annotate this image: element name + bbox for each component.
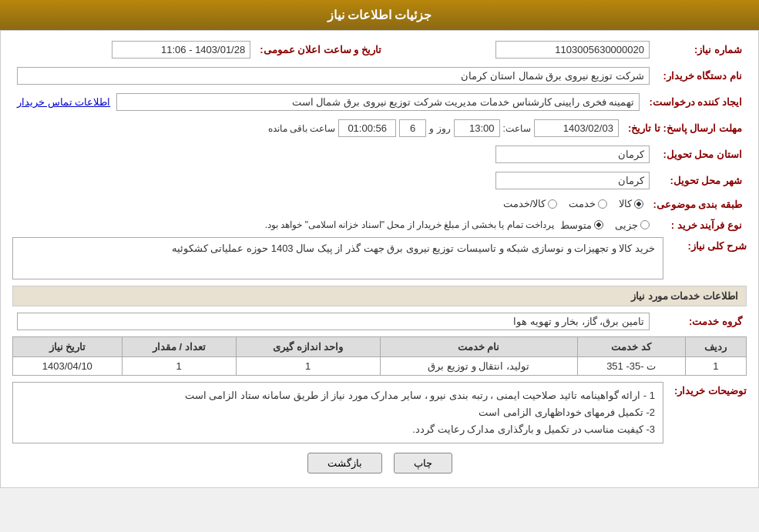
noeFarayand-jozi-radio[interactable] — [640, 220, 650, 229]
mohlat-date: 1403/02/03 — [534, 119, 619, 137]
tabaqe-khadamat-radio[interactable] — [598, 199, 607, 209]
ijadKonande-link[interactable]: اطلاعات تماس خریدار — [17, 96, 110, 108]
buttons-row: چاپ بازگشت — [12, 453, 747, 473]
shomareNiaz-value: 1103005630000020 — [495, 41, 650, 59]
services-table: ردیف کد خدمت نام خدمت واحد اندازه گیری ت… — [12, 336, 747, 376]
mohlat-baqi: 01:00:56 — [338, 119, 396, 137]
noeFarayand-label: نوع فرآیند خرید : — [654, 217, 747, 233]
ijadKonande-label: ایجاد کننده درخواست: — [644, 91, 747, 113]
tosihaat-value: 1 - ارائه گواهینامه تائید صلاحیت ایمنی ،… — [12, 382, 663, 443]
tarikhoSaat-value: 1403/01/28 - 11:06 — [112, 41, 250, 59]
cell-tarikh: 1403/04/10 — [13, 356, 123, 375]
cell-kod: ت -35- 351 — [577, 356, 685, 375]
tabaqe-kala-khadamat-label: کالا/خدمت — [503, 198, 546, 209]
cell-vahed: 1 — [236, 356, 380, 375]
noeFarayand-motavaset-label: متوسط — [560, 219, 592, 231]
mohlat-saat-label: ساعت: — [503, 123, 531, 134]
tabaqe-kala[interactable]: کالا — [619, 198, 643, 209]
ostan-label: استان محل تحویل: — [654, 143, 747, 166]
tarikhoSaat-label: تاریخ و ساعت اعلان عمومی: — [255, 38, 386, 61]
mohlat-roz: 6 — [399, 119, 426, 137]
mohlat-baqi-label: ساعت باقی مانده — [268, 123, 336, 134]
noeFarayand-note: پرداخت تمام یا بخشی از مبلغ خریدار از مح… — [265, 219, 554, 230]
tabaqe-kala-label: کالا — [619, 198, 632, 209]
tosihaat-line: 1 - ارائه گواهینامه تائید صلاحیت ایمنی ،… — [21, 387, 655, 404]
grooh-label: گروه خدمت: — [654, 310, 747, 333]
noeFarayand-options: جزیی متوسط — [560, 219, 650, 231]
cell-radif: 1 — [685, 356, 746, 375]
tabaqe-kala-khadamat-radio[interactable] — [548, 199, 557, 209]
cell-nam: تولید، انتقال و توزیع برق — [380, 356, 577, 375]
ijadKonande-value: تهمینه فخری رایینی کارشناس خدمات مدیریت … — [116, 93, 640, 111]
col-tarikh: تاریخ نیاز — [13, 336, 123, 356]
cell-tedad: 1 — [122, 356, 236, 375]
grooh-value: تامین برق، گاز، بخار و تهویه هوا — [17, 313, 650, 330]
shahr-value: کرمان — [495, 172, 650, 189]
content-area: شماره نیاز: 1103005630000020 تاریخ و ساع… — [0, 30, 759, 488]
btn-bazgasht[interactable]: بازگشت — [307, 453, 382, 473]
tabaqe-khadamat-label: خدمت — [569, 198, 596, 209]
tosihaat-line: 2- تکمیل فرمهای خوداظهاری الزامی است — [21, 404, 655, 421]
main-container: جزئیات اطلاعات نیاز شماره نیاز: 11030056… — [0, 0, 759, 488]
top-info-table: شماره نیاز: 1103005630000020 تاریخ و ساع… — [12, 38, 747, 61]
sharh-value: خرید کالا و تجهیزات و نوسازی شبکه و تاسی… — [12, 237, 663, 279]
btn-chap[interactable]: چاپ — [394, 453, 452, 473]
tabaqe-options: کالا خدمت کالا/خدمت — [503, 198, 644, 209]
namDastgah-label: نام دستگاه خریدار: — [654, 65, 747, 87]
noeFarayand-motavaset-radio[interactable] — [594, 220, 603, 229]
col-nam: نام خدمت — [380, 336, 577, 356]
page-header: جزئیات اطلاعات نیاز — [0, 0, 759, 30]
tabaqe-kala-khadamat[interactable]: کالا/خدمت — [503, 198, 558, 209]
tabaqe-label: طبقه بندی موضوعی: — [648, 196, 747, 213]
tosihaat-line: 3- کیفیت مناسب در تکمیل و بارگذاری مدارک… — [21, 421, 655, 438]
table-row: 1ت -35- 351تولید، انتقال و توزیع برق1114… — [13, 356, 747, 375]
shahr-label: شهر محل تحویل: — [654, 169, 747, 192]
col-radif: ردیف — [685, 336, 746, 356]
col-vahed: واحد اندازه گیری — [236, 336, 380, 356]
noeFarayand-jozi-label: جزیی — [615, 219, 638, 231]
col-kod: کد خدمت — [577, 336, 685, 356]
namDastgah-value: شرکت توزیع نیروی برق شمال استان کرمان — [17, 67, 650, 85]
col-tedad: تعداد / مقدار — [122, 336, 236, 356]
tosihaat-label: توضیحات خریدار: — [670, 382, 747, 396]
mohlat-saat: 13:00 — [454, 119, 500, 137]
mohlat-label: مهلت ارسال پاسخ: تا تاریخ: — [623, 117, 747, 139]
tabaqe-kala-radio[interactable] — [634, 199, 643, 209]
noeFarayand-jozi[interactable]: جزیی — [615, 219, 650, 231]
noeFarayand-motavaset[interactable]: متوسط — [560, 219, 603, 231]
ostan-value: کرمان — [495, 146, 650, 163]
page-title: جزئیات اطلاعات نیاز — [327, 8, 432, 22]
khadamat-section-title: اطلاعات خدمات مورد نیاز — [12, 286, 747, 306]
sharh-label: شرح کلی نیاز: — [670, 237, 747, 252]
mohlat-roz-label: روز و — [429, 123, 450, 134]
tabaqe-khadamat[interactable]: خدمت — [569, 198, 607, 209]
shomareNiaz-label: شماره نیاز: — [654, 38, 747, 61]
